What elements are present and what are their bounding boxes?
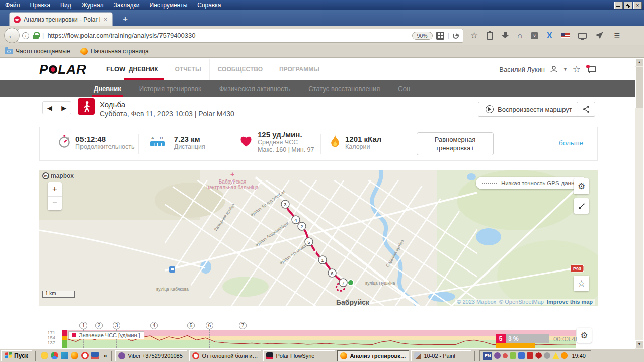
menu-bookmarks[interactable]: Закладки [114,2,140,9]
training-benefit-button[interactable]: Равномерная тренировка+ [417,132,494,155]
close-button[interactable]: × [633,2,642,9]
mapbox-logo[interactable]: m mapbox [42,172,74,179]
more-link[interactable]: больше [559,139,583,147]
back-button[interactable]: ← [4,28,20,43]
x-extension-icon[interactable]: X [547,31,552,40]
share-button[interactable] [577,102,595,117]
map-settings-button[interactable]: ⚙ [574,178,589,194]
scroll-down-button[interactable]: ▼ [635,340,643,348]
screenshot-icon[interactable] [578,33,587,39]
bookmark-star-icon[interactable]: ☆ [470,30,478,41]
tab-close-icon[interactable]: × [103,16,108,23]
attribution-improve-link[interactable]: Improve this map [547,299,593,305]
task-viber[interactable]: Viber +375299201085 [115,350,187,361]
polar-logo[interactable]: PLAR [39,62,87,77]
user-name[interactable]: Василий Лукин [499,66,545,73]
tiles-icon[interactable] [436,32,444,40]
menu-tools[interactable]: Инструменты [150,2,188,9]
minimize-button[interactable] [614,2,623,9]
next-session-button[interactable]: ▶ [57,102,71,114]
subnav-sleep[interactable]: Сон [398,80,410,97]
nav-community[interactable]: СООБЩЕСТВО [209,59,271,80]
taskbar-clock[interactable]: 19:40 [572,353,586,359]
tray-shield-icon[interactable] [535,352,542,359]
stopwatch-icon [58,135,70,148]
menu-file[interactable]: Файл [5,2,20,9]
map-fullscreen-button[interactable] [574,198,589,214]
url-bar[interactable]: i | https://flow.polar.com/training/anal… [18,29,463,43]
menu-help[interactable]: Справка [197,2,221,9]
zoom-out-button[interactable]: − [48,197,62,211]
previous-session-button[interactable]: ◀ [43,102,57,114]
scroll-thumb[interactable] [635,67,643,108]
summary-stats-card: 05:12:48 Продолжительность AB 7.23 км Ди… [39,127,598,161]
send-tab-icon[interactable] [595,32,603,39]
hamburger-menu-icon[interactable]: ≡ [614,30,620,41]
chevron-down-icon[interactable]: ▼ [563,67,568,72]
nav-programs[interactable]: ПРОГРАММЫ [271,59,328,80]
page-info-icon[interactable]: i [22,32,29,39]
home-icon[interactable]: ⌂ [517,31,522,40]
distance-ab-label: AB [151,136,169,140]
new-tab-button[interactable]: + [119,14,132,24]
notifications-icon[interactable] [588,66,596,72]
tray-red-app-icon[interactable] [527,352,533,359]
quicklaunch-firefox-icon[interactable] [71,352,78,359]
session-nav-arrows: ◀ ▶ [42,101,71,114]
attribution-osm-link[interactable]: © OpenStreetMap [499,299,544,305]
page-scrollbar[interactable]: ▲ ▼ [635,58,643,349]
zoom-level-badge[interactable]: 90% [412,32,433,40]
task-paint[interactable]: 10-02 - Paint [411,350,471,361]
play-route-button[interactable]: Воспроизвести маршрут [478,102,580,117]
quicklaunch-chrome-icon[interactable] [51,352,58,359]
quicklaunch-overflow-chevron[interactable]: » [104,352,107,359]
quicklaunch-avira-icon[interactable] [41,352,48,359]
toolbar-icons: ☆ ⌂ ∨ X [470,30,603,41]
bookmark-frequently-visited[interactable]: Часто посещаемые [5,48,70,55]
tray-blue-icon[interactable] [518,352,525,359]
us-flag-icon[interactable] [561,33,570,38]
tray-warning-icon[interactable] [552,352,559,359]
task-training-analysis[interactable]: Анализ тренировки ... [337,350,409,361]
subnav-recovery-status[interactable]: Статус восстановления [308,80,380,97]
downloads-icon[interactable] [502,32,509,39]
tray-gray-icon[interactable] [544,352,550,359]
tray-red-icon[interactable] [503,353,508,358]
menu-view[interactable]: Вид [60,2,71,9]
quicklaunch-app-icon[interactable] [61,352,68,359]
menu-history[interactable]: Журнал [82,2,104,9]
menu-edit[interactable]: Правка [30,2,51,9]
url-text[interactable]: https://flow.polar.com/training/analysis… [47,32,408,39]
tray-viber-icon[interactable] [494,352,501,359]
subnav-physical-activity[interactable]: Физическая активность [219,80,291,97]
zoom-in-button[interactable]: + [48,182,62,197]
restore-button[interactable] [624,2,632,9]
attribution-mapbox-link[interactable]: © 2023 Mapbox [457,299,496,305]
reload-icon[interactable] [453,33,459,39]
bookmark-home-page[interactable]: Начальная страница [80,48,149,55]
chart-settings-button[interactable]: ⚙ [577,328,592,343]
task-opera-page[interactable]: От головной боли и ш... [189,350,261,361]
nav-diary[interactable]: ДНЕВНИК [121,59,167,80]
tray-notepad-icon[interactable] [510,352,516,359]
language-indicator[interactable]: EN [483,352,492,360]
favorites-star-icon[interactable]: ☆ [573,64,581,75]
tab-training-analysis[interactable]: Анализ тренировки - Polar F... × [9,12,113,26]
task-polar-flowsync[interactable]: Polar FlowSync [263,350,335,361]
quicklaunch-save-icon[interactable] [91,352,99,359]
browser-window: Файл Правка Вид Журнал Закладки Инструме… [0,0,644,362]
subnav-training-history[interactable]: История тренировок [139,80,201,97]
pocket-icon[interactable]: ∨ [531,32,538,39]
tray-orange-icon[interactable] [561,352,568,359]
svg-text:+: + [230,170,234,178]
route-map[interactable]: 3 4 2 5 1 6 7 + Бабруйская цэнтральная б… [39,170,598,306]
start-button[interactable]: Пуск [1,350,32,361]
subnav-diary[interactable]: Дневник [94,80,121,97]
reading-list-icon[interactable] [487,32,493,40]
hr-zone5-number: 5 [496,334,506,343]
nav-reports[interactable]: ОТЧЕТЫ [167,59,209,80]
map-favorite-button[interactable]: ☆ [574,276,589,291]
scroll-up-button[interactable]: ▲ [635,58,643,66]
svg-text:3: 3 [284,202,286,207]
quicklaunch-opera-icon[interactable] [81,352,89,359]
